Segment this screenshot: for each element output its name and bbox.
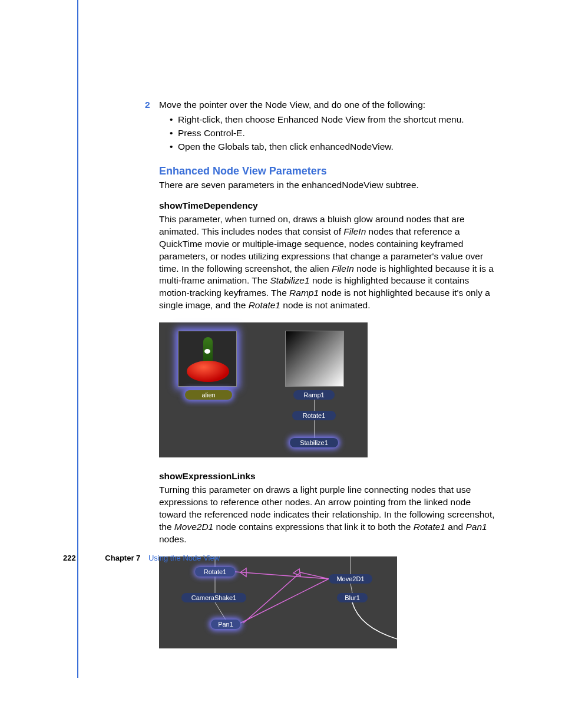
param1-text: This parameter, when turned on, draws a … xyxy=(159,213,499,312)
node-rotate1-b: Rotate1 xyxy=(195,567,235,577)
svg-line-4 xyxy=(351,584,352,593)
section-intro: There are seven parameters in the enhanc… xyxy=(159,179,499,192)
node-alien: alien xyxy=(185,390,232,400)
param2-c: and xyxy=(445,522,465,532)
section-heading: Enhanced Node View Parameters xyxy=(159,164,499,178)
node-rotate1: Rotate1 xyxy=(292,411,336,420)
param1-name: showTimeDependency xyxy=(159,200,499,212)
step-number: 2 xyxy=(145,99,150,111)
connector-1 xyxy=(314,400,315,411)
step-bullets: Right-click, then choose Enhanced Node V… xyxy=(170,114,499,153)
step-text: Move the pointer over the Node View, and… xyxy=(159,100,425,110)
param2-text: Turning this parameter on draws a light … xyxy=(159,484,499,546)
node-camerashake1: CameraShake1 xyxy=(181,593,246,602)
svg-line-8 xyxy=(240,579,329,623)
italic-ramp: Ramp1 xyxy=(289,288,319,298)
italic-filein-1: FileIn xyxy=(343,226,366,236)
italic-rotate: Rotate1 xyxy=(249,300,280,310)
thumbnail-alien xyxy=(178,331,237,387)
node-ramp1: Ramp1 xyxy=(293,390,335,400)
svg-marker-7 xyxy=(293,569,300,576)
italic-filein-2: FileIn xyxy=(332,263,354,274)
bullet-1: Right-click, then choose Enhanced Node V… xyxy=(170,114,499,126)
node-move2d1: Move2D1 xyxy=(329,574,372,584)
chapter-label: Chapter 7 xyxy=(105,554,140,562)
chapter-title: Using the Node View xyxy=(148,554,220,562)
step-2: 2 Move the pointer over the Node View, a… xyxy=(159,99,499,111)
svg-line-2 xyxy=(215,602,226,620)
margin-rule xyxy=(77,0,78,678)
param2-b: node contains expressions that link it t… xyxy=(213,522,414,532)
node-pan1: Pan1 xyxy=(211,620,240,629)
node-blur1: Blur1 xyxy=(337,593,368,602)
node-stabilize1: Stabilize1 xyxy=(290,438,338,447)
param2-d: nodes. xyxy=(159,534,187,544)
connector-2 xyxy=(314,420,315,438)
figure-2-expressionlinks: Rotate1 Move2D1 CameraShake1 Blur1 Pan1 xyxy=(159,556,397,648)
figure-1-nodeview: alien Ramp1 Rotate1 Stabilize1 xyxy=(159,322,368,457)
italic-move2d1: Move2D1 xyxy=(174,522,213,532)
page-footer: 222 Chapter 7 Using the Node View xyxy=(63,553,220,564)
thumbnail-ramp xyxy=(285,331,344,387)
italic-pan1: Pan1 xyxy=(465,522,487,532)
alien-body-shape xyxy=(187,361,229,382)
param1-f: node is not animated. xyxy=(280,300,371,310)
page-number: 222 xyxy=(63,554,76,562)
bullet-3: Open the Globals tab, then click enhance… xyxy=(170,141,499,153)
param2-name: showExpressionLinks xyxy=(159,470,499,483)
bullet-2: Press Control-E. xyxy=(170,127,499,140)
italic-stabilize: Stabilize1 xyxy=(270,275,309,285)
italic-rotate1-b: Rotate1 xyxy=(414,522,445,532)
